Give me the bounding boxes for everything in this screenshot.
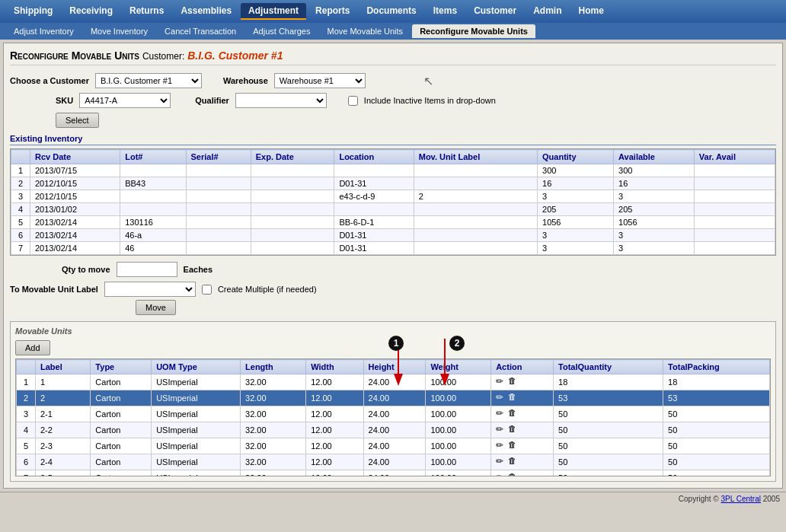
mu-type: Carton — [91, 374, 152, 390]
qty-to-move-input[interactable] — [117, 262, 177, 277]
mu-num: 7 — [17, 470, 36, 477]
inv-lot: BB43 — [120, 177, 186, 190]
movable-unit-row[interactable]: 1 1 Carton USImperial 32.00 12.00 24.00 … — [17, 374, 770, 390]
inv-expdate — [251, 203, 334, 216]
movable-unit-row[interactable]: 4 2-2 Carton USImperial 32.00 12.00 24.0… — [17, 422, 770, 438]
edit-icon[interactable] — [496, 376, 508, 388]
company-link[interactable]: 3PL Central — [721, 495, 761, 503]
delete-icon[interactable] — [508, 472, 520, 476]
mu-length: 32.00 — [241, 406, 306, 422]
mu-totalqty: 50 — [554, 406, 663, 422]
nav-shipping[interactable]: Shipping — [6, 3, 60, 20]
movable-unit-row[interactable]: 2 2 Carton USImperial 32.00 12.00 24.00 … — [17, 390, 770, 406]
delete-icon[interactable] — [508, 376, 520, 388]
delete-icon[interactable] — [508, 456, 520, 468]
warehouse-select[interactable]: Warehouse #1 — [274, 73, 366, 88]
nav-home[interactable]: Home — [570, 3, 611, 20]
mu-action[interactable] — [491, 374, 554, 390]
choose-customer-select[interactable]: B.I.G. Customer #1 — [95, 73, 202, 88]
mu-action[interactable] — [491, 390, 554, 406]
sku-qualifier-row: SKU A4417-A Qualifier Include Inactive I… — [56, 93, 776, 108]
col-location-header: Location — [334, 150, 414, 164]
nav-receiving[interactable]: Receiving — [62, 3, 120, 20]
mu-type: Carton — [91, 406, 152, 422]
movable-units-table-wrapper[interactable]: Label Type UOM Type Length Width Height … — [15, 358, 771, 476]
nav-assemblies[interactable]: Assemblies — [173, 3, 239, 20]
to-movable-unit-select[interactable] — [104, 282, 196, 297]
movable-unit-row[interactable]: 5 2-3 Carton USImperial 32.00 12.00 24.0… — [17, 438, 770, 454]
nav-adjustment[interactable]: Adjustment — [241, 3, 306, 20]
mu-action[interactable] — [491, 406, 554, 422]
subnav-cancel-transaction[interactable]: Cancel Transaction — [157, 24, 244, 38]
subnav-adjust-charges[interactable]: Adjust Charges — [245, 24, 318, 38]
inventory-row[interactable]: 2 2012/10/15 BB43 D01-31 16 16 — [11, 177, 775, 190]
mu-weight: 100.00 — [426, 470, 491, 477]
delete-icon[interactable] — [508, 392, 520, 404]
mu-totalpacking: 50 — [663, 470, 770, 477]
delete-icon[interactable] — [508, 408, 520, 420]
inv-movunitlabel — [414, 177, 537, 190]
inv-expdate — [251, 164, 334, 177]
movable-unit-row[interactable]: 3 2-1 Carton USImperial 32.00 12.00 24.0… — [17, 406, 770, 422]
inventory-row[interactable]: 4 2013/01/02 205 205 — [11, 203, 775, 216]
inv-location: BB-6-D-1 — [334, 216, 414, 229]
nav-customer[interactable]: Customer — [466, 3, 524, 20]
qualifier-select[interactable] — [235, 93, 327, 108]
create-multiple-checkbox[interactable] — [202, 285, 212, 295]
inv-varavail — [694, 164, 775, 177]
inventory-row[interactable]: 6 2013/02/14 46-a D01-31 3 3 — [11, 229, 775, 242]
edit-icon[interactable] — [496, 392, 508, 404]
mu-action[interactable] — [491, 454, 554, 470]
sku-select[interactable]: A4417-A — [79, 93, 171, 108]
delete-icon[interactable] — [508, 440, 520, 452]
mu-totalqty: 50 — [554, 470, 663, 477]
inventory-row[interactable]: 3 2012/10/15 e43-c-d-9 2 3 3 — [11, 190, 775, 203]
nav-documents[interactable]: Documents — [359, 3, 423, 20]
page-subtitle: Customer: — [142, 51, 184, 62]
add-button[interactable]: Add — [15, 340, 50, 355]
include-inactive-checkbox[interactable] — [348, 96, 358, 106]
mu-uomtype: USImperial — [152, 438, 241, 454]
inv-movunitlabel — [414, 216, 537, 229]
movable-unit-row[interactable]: 6 2-4 Carton USImperial 32.00 12.00 24.0… — [17, 454, 770, 470]
inv-movunitlabel — [414, 164, 537, 177]
subnav-move-inventory[interactable]: Move Inventory — [83, 24, 155, 38]
delete-icon[interactable] — [508, 424, 520, 436]
main-content: Reconfigure Movable Units Customer: B.I.… — [3, 43, 783, 489]
inventory-row[interactable]: 1 2013/07/15 300 300 — [11, 164, 775, 177]
mu-uomtype: USImperial — [152, 470, 241, 477]
nav-admin[interactable]: Admin — [526, 3, 569, 20]
qty-move-row: Qty to move Eaches — [10, 262, 776, 277]
subnav-adjust-inventory[interactable]: Adjust Inventory — [6, 24, 81, 38]
mu-action[interactable] — [491, 438, 554, 454]
mu-action[interactable] — [491, 422, 554, 438]
inv-location — [334, 164, 414, 177]
edit-icon[interactable] — [496, 408, 508, 420]
movable-units-table-container: 1 2 Label — [15, 358, 771, 476]
customer-warehouse-row: Choose a Customer B.I.G. Customer #1 War… — [10, 73, 776, 88]
edit-icon[interactable] — [496, 472, 508, 476]
inventory-row[interactable]: 5 2013/02/14 130116 BB-6-D-1 1056 1056 — [11, 216, 775, 229]
footer-year: 2005 — [763, 495, 780, 503]
inv-rcvdate: 2012/10/15 — [30, 190, 120, 203]
inv-available: 3 — [614, 242, 695, 255]
movable-unit-row[interactable]: 7 2-5 Carton USImperial 32.00 12.00 24.0… — [17, 470, 770, 477]
bubble-1: 1 — [388, 336, 404, 351]
nav-items[interactable]: Items — [426, 3, 465, 20]
col-expdate-header: Exp. Date — [251, 150, 334, 164]
nav-returns[interactable]: Returns — [122, 3, 171, 20]
edit-icon[interactable] — [496, 440, 508, 452]
mu-length: 32.00 — [241, 454, 306, 470]
mu-action[interactable] — [491, 470, 554, 477]
edit-icon[interactable] — [496, 456, 508, 468]
inventory-row[interactable]: 7 2013/02/14 46 D01-31 3 3 — [11, 242, 775, 255]
mu-uomtype: USImperial — [152, 390, 241, 406]
move-button[interactable]: Move — [136, 300, 176, 315]
mu-height: 24.00 — [363, 422, 426, 438]
select-button[interactable]: Select — [56, 113, 99, 128]
subnav-move-movable-units[interactable]: Move Movable Units — [319, 24, 411, 38]
existing-inventory-table-wrapper[interactable]: Rcv Date Lot# Serial# Exp. Date Location… — [10, 148, 776, 256]
subnav-reconfigure-movable-units[interactable]: Reconfigure Movable Units — [412, 24, 535, 38]
nav-reports[interactable]: Reports — [308, 3, 357, 20]
edit-icon[interactable] — [496, 424, 508, 436]
